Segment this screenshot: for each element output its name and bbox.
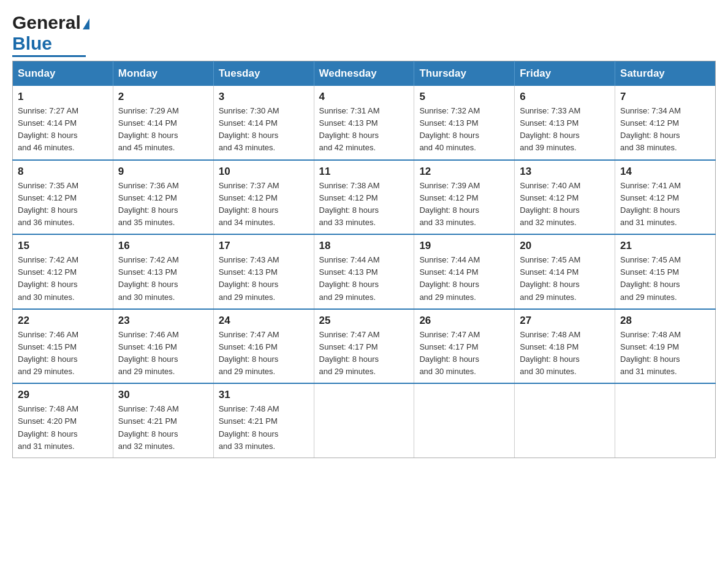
weekday-header-thursday: Thursday — [414, 61, 515, 86]
day-info: Sunrise: 7:36 AMSunset: 4:12 PMDaylight:… — [118, 181, 179, 227]
day-number: 4 — [319, 91, 409, 103]
calendar-cell: 31 Sunrise: 7:48 AMSunset: 4:21 PMDaylig… — [213, 383, 314, 458]
day-number: 16 — [118, 240, 208, 252]
day-number: 29 — [18, 389, 108, 401]
calendar-table: SundayMondayTuesdayWednesdayThursdayFrid… — [12, 61, 716, 458]
day-number: 30 — [118, 389, 208, 401]
day-info: Sunrise: 7:45 AMSunset: 4:15 PMDaylight:… — [620, 255, 681, 301]
calendar-week-row: 1 Sunrise: 7:27 AMSunset: 4:14 PMDayligh… — [13, 86, 716, 160]
calendar-cell — [615, 383, 716, 458]
calendar-header: SundayMondayTuesdayWednesdayThursdayFrid… — [13, 61, 716, 86]
day-number: 20 — [520, 240, 610, 252]
logo-general: General — [12, 12, 81, 33]
calendar-cell: 25 Sunrise: 7:47 AMSunset: 4:17 PMDaylig… — [314, 309, 414, 384]
day-info: Sunrise: 7:47 AMSunset: 4:17 PMDaylight:… — [419, 330, 480, 376]
day-number: 27 — [520, 315, 610, 327]
day-number: 9 — [118, 166, 208, 178]
day-number: 13 — [520, 166, 610, 178]
day-info: Sunrise: 7:37 AMSunset: 4:12 PMDaylight:… — [219, 181, 279, 227]
calendar-cell: 15 Sunrise: 7:42 AMSunset: 4:12 PMDaylig… — [13, 234, 113, 309]
weekday-header-wednesday: Wednesday — [314, 61, 414, 86]
day-number: 31 — [219, 389, 309, 401]
logo-blue: Blue — [12, 33, 52, 53]
header: General Blue — [12, 12, 716, 57]
day-number: 22 — [18, 315, 108, 327]
day-number: 5 — [419, 91, 509, 103]
weekday-header-saturday: Saturday — [615, 61, 716, 86]
day-info: Sunrise: 7:41 AMSunset: 4:12 PMDaylight:… — [620, 181, 681, 227]
day-info: Sunrise: 7:46 AMSunset: 4:15 PMDaylight:… — [18, 330, 78, 376]
calendar-cell: 12 Sunrise: 7:39 AMSunset: 4:12 PMDaylig… — [414, 160, 515, 235]
day-info: Sunrise: 7:43 AMSunset: 4:13 PMDaylight:… — [219, 255, 279, 301]
calendar-cell: 20 Sunrise: 7:45 AMSunset: 4:14 PMDaylig… — [515, 234, 615, 309]
day-number: 3 — [219, 91, 309, 103]
day-info: Sunrise: 7:47 AMSunset: 4:17 PMDaylight:… — [319, 330, 380, 376]
day-info: Sunrise: 7:46 AMSunset: 4:16 PMDaylight:… — [118, 330, 179, 376]
calendar-cell: 24 Sunrise: 7:47 AMSunset: 4:16 PMDaylig… — [213, 309, 314, 384]
calendar-cell: 28 Sunrise: 7:48 AMSunset: 4:19 PMDaylig… — [615, 309, 716, 384]
day-number: 21 — [620, 240, 710, 252]
calendar-cell: 6 Sunrise: 7:33 AMSunset: 4:13 PMDayligh… — [515, 86, 615, 160]
calendar-cell: 11 Sunrise: 7:38 AMSunset: 4:12 PMDaylig… — [314, 160, 414, 235]
day-info: Sunrise: 7:42 AMSunset: 4:12 PMDaylight:… — [18, 255, 78, 301]
day-info: Sunrise: 7:48 AMSunset: 4:19 PMDaylight:… — [620, 330, 681, 376]
calendar-week-row: 29 Sunrise: 7:48 AMSunset: 4:20 PMDaylig… — [13, 383, 716, 458]
calendar-cell: 10 Sunrise: 7:37 AMSunset: 4:12 PMDaylig… — [213, 160, 314, 235]
day-number: 10 — [219, 166, 309, 178]
calendar-cell — [314, 383, 414, 458]
day-number: 15 — [18, 240, 108, 252]
day-info: Sunrise: 7:31 AMSunset: 4:13 PMDaylight:… — [319, 106, 380, 152]
calendar-cell: 9 Sunrise: 7:36 AMSunset: 4:12 PMDayligh… — [113, 160, 213, 235]
day-info: Sunrise: 7:40 AMSunset: 4:12 PMDaylight:… — [520, 181, 580, 227]
day-info: Sunrise: 7:48 AMSunset: 4:21 PMDaylight:… — [219, 404, 279, 450]
day-info: Sunrise: 7:39 AMSunset: 4:12 PMDaylight:… — [419, 181, 480, 227]
day-info: Sunrise: 7:48 AMSunset: 4:21 PMDaylight:… — [118, 404, 179, 450]
calendar-cell: 23 Sunrise: 7:46 AMSunset: 4:16 PMDaylig… — [113, 309, 213, 384]
calendar-cell: 22 Sunrise: 7:46 AMSunset: 4:15 PMDaylig… — [13, 309, 113, 384]
day-info: Sunrise: 7:48 AMSunset: 4:18 PMDaylight:… — [520, 330, 580, 376]
calendar-cell: 19 Sunrise: 7:44 AMSunset: 4:14 PMDaylig… — [414, 234, 515, 309]
calendar-cell: 5 Sunrise: 7:32 AMSunset: 4:13 PMDayligh… — [414, 86, 515, 160]
calendar-cell: 30 Sunrise: 7:48 AMSunset: 4:21 PMDaylig… — [113, 383, 213, 458]
day-number: 18 — [319, 240, 409, 252]
weekday-header-friday: Friday — [515, 61, 615, 86]
day-info: Sunrise: 7:27 AMSunset: 4:14 PMDaylight:… — [18, 106, 78, 152]
weekday-header-monday: Monday — [113, 61, 213, 86]
day-info: Sunrise: 7:38 AMSunset: 4:12 PMDaylight:… — [319, 181, 380, 227]
day-number: 25 — [319, 315, 409, 327]
day-info: Sunrise: 7:44 AMSunset: 4:14 PMDaylight:… — [419, 255, 480, 301]
calendar-cell: 18 Sunrise: 7:44 AMSunset: 4:13 PMDaylig… — [314, 234, 414, 309]
calendar-cell: 4 Sunrise: 7:31 AMSunset: 4:13 PMDayligh… — [314, 86, 414, 160]
day-number: 17 — [219, 240, 309, 252]
calendar-cell: 7 Sunrise: 7:34 AMSunset: 4:12 PMDayligh… — [615, 86, 716, 160]
calendar-cell — [414, 383, 515, 458]
calendar-cell — [515, 383, 615, 458]
day-info: Sunrise: 7:32 AMSunset: 4:13 PMDaylight:… — [419, 106, 480, 152]
calendar-cell: 13 Sunrise: 7:40 AMSunset: 4:12 PMDaylig… — [515, 160, 615, 235]
day-info: Sunrise: 7:47 AMSunset: 4:16 PMDaylight:… — [219, 330, 279, 376]
day-info: Sunrise: 7:44 AMSunset: 4:13 PMDaylight:… — [319, 255, 380, 301]
calendar-cell: 8 Sunrise: 7:35 AMSunset: 4:12 PMDayligh… — [13, 160, 113, 235]
day-number: 14 — [620, 166, 710, 178]
calendar-cell: 1 Sunrise: 7:27 AMSunset: 4:14 PMDayligh… — [13, 86, 113, 160]
day-number: 7 — [620, 91, 710, 103]
day-info: Sunrise: 7:35 AMSunset: 4:12 PMDaylight:… — [18, 181, 78, 227]
weekday-header-tuesday: Tuesday — [213, 61, 314, 86]
calendar-cell: 21 Sunrise: 7:45 AMSunset: 4:15 PMDaylig… — [615, 234, 716, 309]
day-info: Sunrise: 7:48 AMSunset: 4:20 PMDaylight:… — [18, 404, 78, 450]
calendar-cell: 3 Sunrise: 7:30 AMSunset: 4:14 PMDayligh… — [213, 86, 314, 160]
day-number: 28 — [620, 315, 710, 327]
calendar-cell: 29 Sunrise: 7:48 AMSunset: 4:20 PMDaylig… — [13, 383, 113, 458]
calendar-week-row: 8 Sunrise: 7:35 AMSunset: 4:12 PMDayligh… — [13, 160, 716, 235]
day-number: 8 — [18, 166, 108, 178]
logo: General Blue — [12, 12, 89, 57]
day-number: 12 — [419, 166, 509, 178]
logo-triangle-icon — [83, 18, 89, 29]
calendar-cell: 17 Sunrise: 7:43 AMSunset: 4:13 PMDaylig… — [213, 234, 314, 309]
day-info: Sunrise: 7:29 AMSunset: 4:14 PMDaylight:… — [118, 106, 179, 152]
day-number: 19 — [419, 240, 509, 252]
logo-underline — [12, 55, 86, 57]
day-info: Sunrise: 7:45 AMSunset: 4:14 PMDaylight:… — [520, 255, 580, 301]
day-number: 1 — [18, 91, 108, 103]
weekday-header-row: SundayMondayTuesdayWednesdayThursdayFrid… — [13, 61, 716, 86]
